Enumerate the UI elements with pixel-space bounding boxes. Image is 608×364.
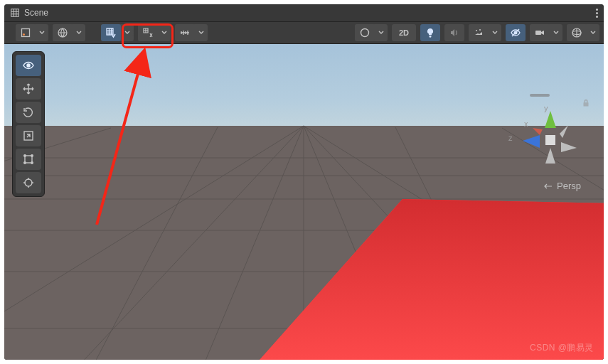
- persp-icon: [544, 182, 553, 191]
- ruler-icon: [179, 27, 191, 38]
- scale-icon: [22, 129, 35, 142]
- eye-icon: [22, 59, 35, 72]
- svg-point-45: [25, 179, 32, 186]
- red-plane: [250, 199, 604, 360]
- audio-toggle[interactable]: [444, 24, 464, 41]
- lightbulb-icon: [425, 27, 436, 38]
- camera-button[interactable]: [530, 24, 550, 41]
- 2d-label: 2D: [399, 28, 409, 37]
- scene-tab[interactable]: Scene: [10, 8, 48, 18]
- grid-visibility-dropdown[interactable]: [195, 30, 208, 36]
- svg-marker-29: [250, 199, 604, 360]
- gizmos-dropdown[interactable]: [375, 30, 388, 36]
- move-tool[interactable]: [16, 78, 41, 100]
- lighting-toggle[interactable]: [420, 24, 440, 41]
- circle-icon: [359, 27, 370, 38]
- layers-button[interactable]: [567, 24, 587, 41]
- svg-point-44: [31, 162, 33, 164]
- draw-mode-group[interactable]: [16, 24, 48, 41]
- fx-icon: [473, 27, 484, 38]
- projection-toggle[interactable]: Persp: [544, 181, 581, 191]
- draw-mode-dropdown[interactable]: [36, 30, 48, 36]
- svg-rect-7: [535, 31, 541, 35]
- rect-tool[interactable]: [16, 149, 41, 170]
- fx-group[interactable]: [469, 24, 501, 41]
- svg-marker-35: [561, 142, 577, 152]
- svg-marker-34: [533, 128, 543, 135]
- svg-point-4: [476, 30, 477, 31]
- globe-wire-icon: [571, 27, 582, 38]
- scene-viewport[interactable]: y z x Persp CSDN @鹏易灵: [4, 44, 604, 360]
- transform-icon: [22, 176, 35, 189]
- draw-mode-button[interactable]: [16, 24, 36, 41]
- snap-increment-group[interactable]: [138, 24, 171, 41]
- scene-toolbar: 2D: [4, 21, 604, 44]
- grid-snap-button[interactable]: [101, 24, 121, 41]
- axis-z-label: z: [508, 134, 513, 142]
- tool-palette: [12, 51, 45, 197]
- lock-icon[interactable]: [581, 98, 591, 108]
- snap-increment-button[interactable]: [138, 24, 158, 41]
- camera-icon: [534, 27, 545, 38]
- axis-y-label: y: [544, 104, 548, 112]
- scale-tool[interactable]: [16, 125, 41, 146]
- layers-dropdown[interactable]: [587, 30, 599, 36]
- gizmos-button[interactable]: [355, 24, 375, 41]
- shading-mode-group[interactable]: [53, 24, 85, 41]
- svg-marker-33: [523, 135, 540, 148]
- scene-grid-icon: [10, 8, 20, 18]
- svg-line-25: [75, 127, 218, 360]
- globe-icon: [57, 27, 68, 38]
- layers-group[interactable]: [567, 24, 599, 41]
- grid-visibility-group[interactable]: [175, 24, 208, 41]
- svg-point-3: [361, 29, 369, 37]
- shaded-icon: [20, 27, 31, 38]
- svg-point-42: [31, 155, 33, 157]
- grid-visibility-button[interactable]: [175, 24, 195, 41]
- grid-snap-group[interactable]: [101, 24, 134, 41]
- svg-point-5: [479, 29, 481, 31]
- svg-marker-36: [545, 148, 555, 164]
- rotate-icon: [22, 106, 35, 119]
- svg-point-41: [24, 155, 26, 157]
- overlay-drag-handle[interactable]: [530, 94, 550, 97]
- grid-snap-dropdown[interactable]: [121, 30, 134, 36]
- grid-snap-icon: [105, 27, 117, 38]
- camera-dropdown[interactable]: [550, 30, 562, 36]
- view-tool[interactable]: [16, 55, 41, 76]
- transform-tool[interactable]: [16, 172, 41, 193]
- eye-off-icon: [510, 27, 521, 38]
- orientation-gizmo-area: y z x Persp: [506, 94, 591, 193]
- rotate-tool[interactable]: [16, 102, 41, 123]
- svg-point-38: [27, 64, 30, 67]
- snap-increment-icon: [142, 27, 154, 38]
- watermark: CSDN @鹏易灵: [530, 342, 594, 354]
- gizmos-group[interactable]: [355, 24, 388, 41]
- svg-line-16: [4, 126, 304, 360]
- snap-increment-dropdown[interactable]: [158, 30, 171, 36]
- projection-label: Persp: [557, 181, 581, 191]
- scene-tab-label: Scene: [24, 8, 48, 18]
- svg-rect-31: [545, 135, 555, 145]
- shading-mode-dropdown[interactable]: [73, 30, 85, 36]
- camera-group[interactable]: [530, 24, 562, 41]
- svg-rect-40: [25, 156, 32, 163]
- visibility-toggle[interactable]: [506, 24, 526, 41]
- fx-dropdown[interactable]: [489, 30, 501, 36]
- orientation-gizmo[interactable]: [518, 107, 582, 171]
- audio-icon: [449, 27, 460, 38]
- shading-mode-button[interactable]: [53, 24, 73, 41]
- scene-window: Scene: [4, 4, 604, 360]
- svg-line-17: [47, 126, 304, 360]
- svg-point-43: [24, 162, 26, 164]
- svg-marker-32: [545, 111, 556, 128]
- window-menu-button[interactable]: [596, 9, 598, 18]
- grid-overlay: [4, 44, 604, 360]
- window-tab-bar: Scene: [4, 4, 604, 21]
- axis-x-label: x: [524, 119, 528, 128]
- svg-point-1: [23, 33, 25, 36]
- svg-marker-37: [560, 125, 568, 138]
- svg-rect-0: [22, 29, 30, 37]
- 2d-toggle[interactable]: 2D: [392, 24, 416, 41]
- fx-button[interactable]: [469, 24, 489, 41]
